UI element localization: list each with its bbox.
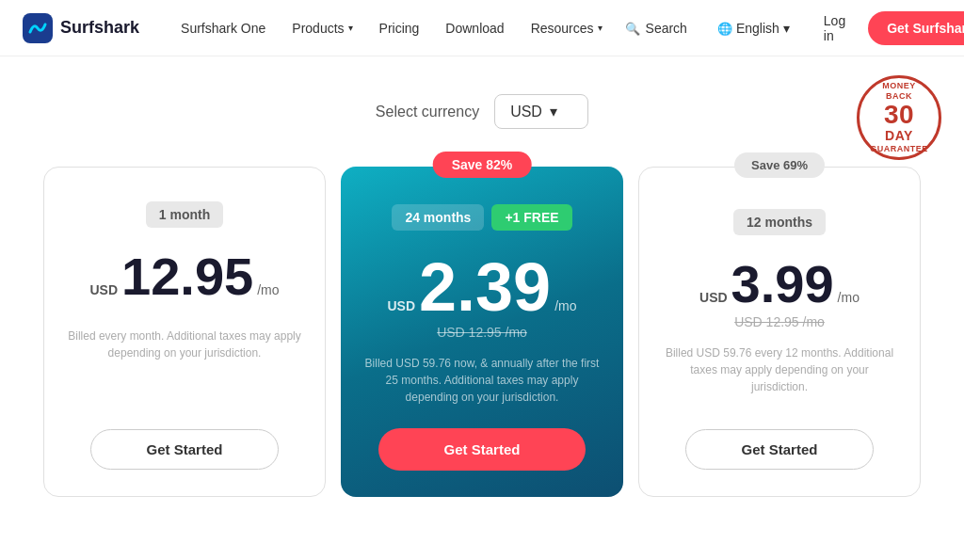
currency-value: USD xyxy=(510,104,542,120)
price-1month: 12.95 xyxy=(121,250,253,303)
currency-sym-24months: USD xyxy=(387,298,415,313)
resources-chevron-icon: ▾ xyxy=(598,23,602,33)
price-row-1month: USD 12.95 /mo xyxy=(89,250,279,303)
get-surfshark-button[interactable]: Get Surfshark xyxy=(868,11,964,45)
nav-links: Surfshark One Products ▾ Pricing Downloa… xyxy=(169,13,614,43)
nav-pricing[interactable]: Pricing xyxy=(368,13,431,43)
currency-sym-1month: USD xyxy=(89,282,118,297)
period-main-24months: 24 months xyxy=(392,204,484,231)
period-free-label: +1 FREE xyxy=(491,204,571,231)
currency-label: Select currency xyxy=(376,104,479,120)
currency-row: Select currency USD ▾ xyxy=(23,94,941,129)
save-badge-12months: Save 69% xyxy=(734,152,825,178)
save-badge-24months: Save 82% xyxy=(433,152,532,178)
currency-dropdown[interactable]: USD ▾ xyxy=(494,94,588,129)
plan-card-1month: 1 month USD 12.95 /mo Billed every month… xyxy=(43,167,326,497)
login-button[interactable]: Log in xyxy=(809,6,860,51)
billing-info-24months: Billed USD 59.76 now, & annually after t… xyxy=(363,355,601,406)
billing-info-1month: Billed every month. Additional taxes may… xyxy=(67,328,302,407)
logo[interactable]: Surfshark xyxy=(23,13,139,43)
language-selector[interactable]: English ▾ xyxy=(706,13,801,43)
price-period-1month: /mo xyxy=(257,282,279,297)
currency-chevron-icon: ▾ xyxy=(550,103,557,120)
surfshark-logo-icon xyxy=(23,13,53,43)
nav-resources[interactable]: Resources ▾ xyxy=(520,13,614,43)
billing-info-12months: Billed USD 59.76 every 12 months. Additi… xyxy=(662,344,897,407)
currency-sym-12months: USD xyxy=(699,290,728,305)
nav-surfshark-one[interactable]: Surfshark One xyxy=(169,13,277,43)
period-badge-1month: 1 month xyxy=(146,201,223,228)
main-content: MONEY BACK 30 DAY GUARANTEE Select curre… xyxy=(0,56,964,535)
original-price-24months: USD 12.95 /mo xyxy=(437,325,527,340)
price-period-24months: /mo xyxy=(554,298,576,313)
search-icon xyxy=(625,21,640,36)
price-12months: 3.99 xyxy=(731,258,834,311)
get-started-button-1month[interactable]: Get Started xyxy=(90,429,279,470)
language-icon xyxy=(717,21,732,36)
get-started-button-12months[interactable]: Get Started xyxy=(685,429,874,470)
period-badge-12months: 12 months xyxy=(733,209,826,235)
price-24months: 2.39 xyxy=(419,253,551,321)
period-featured-24months: 24 months +1 FREE xyxy=(392,204,571,231)
price-period-12months: /mo xyxy=(838,290,860,305)
search-button[interactable]: Search xyxy=(614,13,699,43)
money-back-badge: MONEY BACK 30 DAY GUARANTEE xyxy=(857,75,941,160)
original-price-12months: USD 12.95 /mo xyxy=(734,314,825,329)
nav-right: Search English ▾ Log in Get Surfshark xyxy=(614,6,964,51)
navbar: Surfshark Surfshark One Products ▾ Prici… xyxy=(0,0,964,56)
plans-row: 1 month USD 12.95 /mo Billed every month… xyxy=(23,167,941,497)
lang-chevron-icon: ▾ xyxy=(783,21,790,36)
price-row-24months: USD 2.39 /mo xyxy=(387,253,576,321)
nav-download[interactable]: Download xyxy=(434,13,515,43)
products-chevron-icon: ▾ xyxy=(348,23,353,33)
plan-card-24months: Save 82% 24 months +1 FREE USD 2.39 /mo … xyxy=(341,167,623,497)
get-started-button-24months[interactable]: Get Started xyxy=(378,428,586,471)
logo-text: Surfshark xyxy=(60,18,139,38)
nav-products[interactable]: Products ▾ xyxy=(281,13,363,43)
plan-card-12months: Save 69% 12 months USD 3.99 /mo USD 12.9… xyxy=(638,167,921,497)
price-row-12months: USD 3.99 /mo xyxy=(699,258,860,311)
